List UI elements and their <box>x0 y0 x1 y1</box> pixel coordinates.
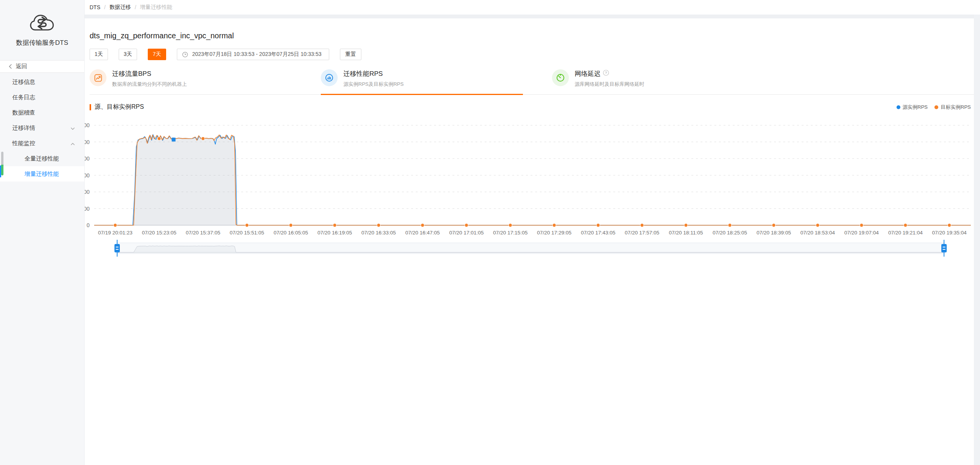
svg-text:?: ? <box>605 70 607 75</box>
scrollbar-segment-gray <box>1 152 3 165</box>
main-area: DTS/数据迁移/增量迁移性能 dts_mig_zq_performance_i… <box>85 0 980 465</box>
target-data-marker <box>596 224 600 227</box>
metric-tabs: 迁移流量BPS数据库的流量均分到不同的机器上迁移性能RPS源实例RPS及目标实例… <box>90 69 974 95</box>
datazoom-right-handle[interactable] <box>941 244 947 252</box>
x-axis-label: 07/20 19:21:04 <box>888 230 923 236</box>
range-button-3天[interactable]: 3天 <box>119 49 137 60</box>
legend-item-目标实例RPS[interactable]: 目标实例RPS <box>934 104 971 111</box>
tab-text: 网络延迟?源库网络延时及目标库网络延时 <box>575 69 644 88</box>
x-axis-label: 07/20 15:51:05 <box>230 230 264 236</box>
chevron-up-icon <box>70 140 75 147</box>
tab-network-latency[interactable]: 网络延迟?源库网络延时及目标库网络延时 <box>552 69 783 94</box>
x-axis-label: 07/20 16:19:05 <box>317 230 352 236</box>
y-axis-label: 2,500 <box>85 139 90 145</box>
sidebar: 数据传输服务DTS 返回 迁移信息任务日志数据稽查迁移详情性能监控全量迁移性能增… <box>0 0 85 465</box>
target-data-marker <box>640 224 644 227</box>
y-axis-label: 0 <box>87 222 90 228</box>
active-tab-underline <box>321 94 523 95</box>
y-axis-label: 3,000 <box>85 122 90 128</box>
x-axis-label: 07/20 17:43:05 <box>581 230 615 236</box>
target-data-marker <box>157 137 161 140</box>
x-axis-label: 07/19 20:01:23 <box>98 230 132 236</box>
sidebar-item-label: 性能监控 <box>12 140 35 147</box>
target-data-marker <box>816 224 819 227</box>
chevron-down-icon <box>70 125 75 131</box>
back-button[interactable]: 返回 <box>0 60 84 73</box>
x-axis-label: 07/20 19:07:04 <box>844 230 879 236</box>
tab-text: 迁移性能RPS源实例RPS及目标实例RPS <box>343 69 403 88</box>
x-axis-label: 07/20 17:15:05 <box>493 230 528 236</box>
time-range-controls: 1天3天7天 2023年07月18日 10:33:53 - 2023年07月25… <box>90 49 974 60</box>
tab-migration-rps[interactable]: 迁移性能RPS源实例RPS及目标实例RPS <box>321 69 552 94</box>
sidebar-item-label: 任务日志 <box>12 94 35 101</box>
target-data-marker <box>201 137 205 140</box>
x-axis-label: 07/20 19:35:04 <box>932 230 967 236</box>
x-axis-label: 07/20 15:37:05 <box>186 230 220 236</box>
timer-icon <box>552 69 569 86</box>
legend-item-源实例RPS[interactable]: 源实例RPS <box>897 104 928 111</box>
scrollbar-segment-green <box>1 165 3 175</box>
sidebar-scrollbar[interactable] <box>1 152 3 175</box>
page-title: dts_mig_zq_performance_inc_vpc_normal <box>90 31 974 40</box>
target-data-marker <box>333 224 336 227</box>
chevron-left-icon <box>8 64 12 69</box>
tab-text: 迁移流量BPS数据库的流量均分到不同的机器上 <box>112 69 187 88</box>
breadcrumb-separator: / <box>104 4 106 10</box>
section-title-bar <box>90 104 91 110</box>
legend-label: 源实例RPS <box>903 104 928 111</box>
y-axis-label: 2,000 <box>85 156 90 162</box>
sidebar-item-migration-detail[interactable]: 迁移详情 <box>0 120 84 136</box>
y-axis-label: 1,000 <box>85 189 90 195</box>
x-axis-label: 07/20 18:39:05 <box>756 230 791 236</box>
tab-migration-bps[interactable]: 迁移流量BPS数据库的流量均分到不同的机器上 <box>90 69 321 94</box>
source-data-marker <box>172 138 176 141</box>
tab-subtitle: 源实例RPS及目标实例RPS <box>343 81 403 88</box>
breadcrumb: DTS/数据迁移/增量迁移性能 <box>85 0 980 15</box>
target-data-marker <box>772 224 776 227</box>
sidebar-item-label: 迁移信息 <box>12 79 35 86</box>
reset-button[interactable]: 重置 <box>340 49 361 60</box>
sidebar-item-task-logs[interactable]: 任务日志 <box>0 90 84 105</box>
chart-section-title: 源、目标实例RPS <box>95 103 144 111</box>
tab-title: 迁移流量BPS <box>112 69 187 78</box>
x-axis-label: 07/20 17:57:05 <box>625 230 659 236</box>
target-data-marker <box>377 224 381 227</box>
product-name: 数据传输服务DTS <box>0 38 84 47</box>
clock-icon <box>182 51 188 58</box>
breadcrumb-item[interactable]: DTS <box>90 4 100 10</box>
sidebar-item-performance-monitor[interactable]: 性能监控 <box>0 136 84 151</box>
x-axis-label: 07/20 16:05:05 <box>274 230 308 236</box>
breadcrumb-item[interactable]: 数据迁移 <box>109 4 131 11</box>
date-range-picker[interactable]: 2023年07月18日 10:33:53 - 2023年07月25日 10:33… <box>177 49 329 60</box>
target-data-marker <box>904 224 907 227</box>
breadcrumb-separator: / <box>135 4 136 10</box>
range-button-1天[interactable]: 1天 <box>90 49 108 60</box>
x-axis-label: 07/20 18:25:05 <box>712 230 747 236</box>
sidebar-item-full-migration-performance[interactable]: 全量迁移性能 <box>0 151 84 166</box>
x-axis-label: 07/20 17:01:05 <box>449 230 483 236</box>
sidebar-item-incremental-migration-performance[interactable]: 增量迁移性能 <box>0 166 84 182</box>
rps-line-chart[interactable]: 05001,0001,5002,0002,5003,00007/19 20:01… <box>85 113 974 267</box>
target-data-marker <box>947 224 951 227</box>
sidebar-item-migration-info[interactable]: 迁移信息 <box>0 74 84 90</box>
x-axis-label: 07/20 16:47:05 <box>405 230 440 236</box>
sidebar-menu: 迁移信息任务日志数据稽查迁移详情性能监控全量迁移性能增量迁移性能 <box>0 74 84 182</box>
x-axis-label: 07/20 18:53:04 <box>800 230 835 236</box>
range-button-group: 1天3天7天 <box>90 49 177 60</box>
sidebar-item-label: 迁移详情 <box>12 124 35 132</box>
tab-title: 迁移性能RPS <box>343 69 403 78</box>
datazoom-left-handle[interactable] <box>114 244 120 252</box>
range-button-7天[interactable]: 7天 <box>148 49 166 60</box>
datazoom-track[interactable] <box>117 243 944 254</box>
content-panel: dts_mig_zq_performance_inc_vpc_normal 1天… <box>85 31 974 267</box>
chart-legend: 源实例RPS目标实例RPS <box>897 104 971 111</box>
breadcrumb-item: 增量迁移性能 <box>140 4 172 11</box>
x-axis-label: 07/20 18:11:05 <box>669 230 703 236</box>
dts-cloud-logo-icon <box>29 14 55 33</box>
help-icon[interactable]: ? <box>603 70 609 78</box>
bar-chart-icon <box>321 69 338 86</box>
sidebar-item-data-audit[interactable]: 数据稽查 <box>0 105 84 120</box>
tab-subtitle: 源库网络延时及目标库网络延时 <box>575 81 644 88</box>
dts-console-page: 数据传输服务DTS 返回 迁移信息任务日志数据稽查迁移详情性能监控全量迁移性能增… <box>0 0 980 465</box>
product-logo: 数据传输服务DTS <box>0 0 84 47</box>
